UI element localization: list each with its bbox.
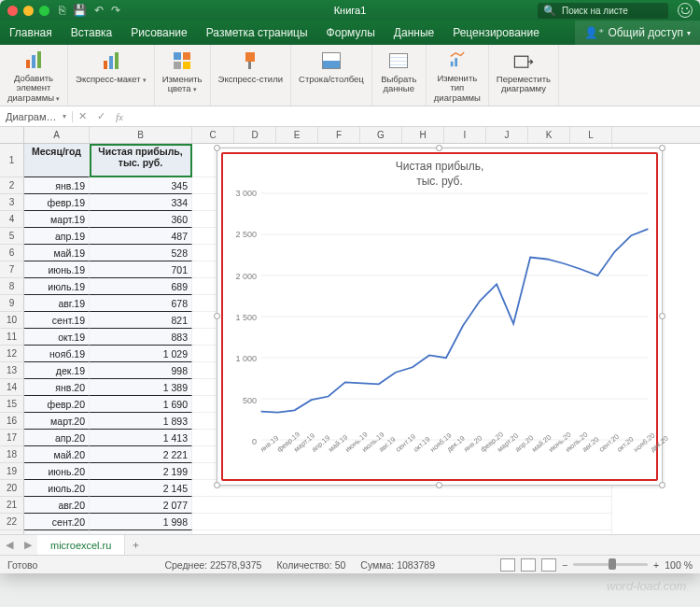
ribbon-изменить-тип-диаграммы[interactable]: Изменитьтипдиаграммы xyxy=(427,45,489,106)
cell[interactable]: нояб.19 xyxy=(24,346,90,362)
cell[interactable]: 2 221 xyxy=(90,446,192,463)
cell[interactable]: Месяц/год xyxy=(24,144,90,177)
cell[interactable]: сент.20 xyxy=(24,514,90,530)
cell[interactable]: 821 xyxy=(90,312,192,329)
col-header-C[interactable]: C xyxy=(192,127,234,143)
cell[interactable]: янв.20 xyxy=(24,379,90,396)
ribbon-изменить-цвета[interactable]: Изменитьцвета xyxy=(155,45,211,106)
fx-icon[interactable]: fx xyxy=(110,111,129,122)
zoom-level[interactable]: 100 % xyxy=(665,559,693,571)
row-header[interactable]: 10 xyxy=(0,312,24,329)
row-header[interactable]: 12 xyxy=(0,346,24,362)
row-header[interactable]: 14 xyxy=(0,379,24,396)
cell[interactable]: июль.19 xyxy=(24,278,90,295)
row-header[interactable]: 7 xyxy=(0,261,24,278)
cell[interactable]: 345 xyxy=(90,177,192,194)
worksheet-grid[interactable]: ABCDEFGHIJKL 1Месяц/годЧистая прибыль, т… xyxy=(0,127,700,534)
embedded-chart[interactable]: Чистая прибыль,тыс. руб. 05001 0001 5002… xyxy=(217,148,663,486)
col-header-H[interactable]: H xyxy=(402,127,444,143)
tab-home[interactable]: Главная xyxy=(0,21,62,45)
sheet-nav-prev[interactable]: ◀ xyxy=(0,539,19,551)
cell[interactable]: июль.20 xyxy=(24,480,90,497)
resize-handle[interactable] xyxy=(214,482,220,488)
cell[interactable]: 487 xyxy=(90,228,192,245)
cell[interactable]: июнь.20 xyxy=(24,463,90,480)
zoom-in-button[interactable]: + xyxy=(653,559,659,571)
row-header[interactable]: 17 xyxy=(0,430,24,446)
row-header[interactable]: 8 xyxy=(0,278,24,295)
cell[interactable]: авг.19 xyxy=(24,295,90,312)
close-window-button[interactable] xyxy=(7,6,18,16)
row-header[interactable]: 6 xyxy=(0,245,24,261)
sheet-search[interactable]: 🔍 xyxy=(538,3,668,19)
view-normal-icon[interactable] xyxy=(500,558,515,572)
cell[interactable]: 2 145 xyxy=(90,480,192,497)
cell[interactable]: март.20 xyxy=(24,413,90,430)
cell[interactable]: 678 xyxy=(90,295,192,312)
cell[interactable]: май.19 xyxy=(24,245,90,261)
cell[interactable]: авг.20 xyxy=(24,497,90,514)
ribbon-строка-столбец[interactable]: Строка/столбец xyxy=(291,45,372,106)
view-page-break-icon[interactable] xyxy=(541,558,556,572)
col-header-A[interactable]: A xyxy=(24,127,90,143)
accept-formula-icon[interactable]: ✓ xyxy=(91,110,110,122)
qat-save-icon[interactable]: 💾 xyxy=(73,4,87,17)
cell[interactable]: июнь.19 xyxy=(24,261,90,278)
cell[interactable]: 701 xyxy=(90,261,192,278)
cell[interactable]: апр.20 xyxy=(24,430,90,446)
col-header-D[interactable]: D xyxy=(234,127,276,143)
cell[interactable]: 360 xyxy=(90,211,192,228)
col-header-J[interactable]: J xyxy=(486,127,528,143)
tab-review[interactable]: Рецензирование xyxy=(443,21,549,45)
col-header-G[interactable]: G xyxy=(360,127,402,143)
sheet-nav-next[interactable]: ▶ xyxy=(19,539,37,551)
tab-draw[interactable]: Рисование xyxy=(121,21,196,45)
sheet-tab[interactable]: microexcel.ru xyxy=(37,535,125,556)
cell[interactable]: Чистая прибыль, тыс. руб. xyxy=(90,144,192,177)
cell[interactable]: 883 xyxy=(90,329,192,346)
tab-formulas[interactable]: Формулы xyxy=(317,21,385,45)
zoom-slider[interactable] xyxy=(573,563,648,566)
cell[interactable]: 1 998 xyxy=(90,514,192,530)
row-header[interactable]: 13 xyxy=(0,362,24,379)
col-header-F[interactable]: F xyxy=(318,127,360,143)
qat-undo-icon[interactable]: ↶ xyxy=(94,4,104,17)
row-header[interactable]: 23 xyxy=(0,530,24,534)
cell[interactable]: дек.19 xyxy=(24,362,90,379)
row-header[interactable]: 19 xyxy=(0,463,24,480)
row-header[interactable]: 21 xyxy=(0,497,24,514)
cell[interactable]: 1 413 xyxy=(90,430,192,446)
row-header[interactable]: 16 xyxy=(0,413,24,430)
cell[interactable]: окт.19 xyxy=(24,329,90,346)
ribbon-экспресс-стили[interactable]: Экспресс-стили xyxy=(211,45,291,106)
select-all-corner[interactable] xyxy=(0,127,24,143)
add-sheet-button[interactable]: ＋ xyxy=(125,538,146,552)
cell[interactable]: 1 690 xyxy=(90,396,192,413)
cancel-formula-icon[interactable]: ✕ xyxy=(73,110,91,122)
row-header[interactable]: 11 xyxy=(0,329,24,346)
cell[interactable]: май.20 xyxy=(24,446,90,463)
tab-page-layout[interactable]: Разметка страницы xyxy=(197,21,317,45)
name-box[interactable]: Диаграм…▾ xyxy=(0,111,73,122)
cell[interactable]: 528 xyxy=(90,245,192,261)
cell[interactable]: 1 029 xyxy=(90,346,192,362)
cell[interactable]: сент.19 xyxy=(24,312,90,329)
cell[interactable]: окт.20 xyxy=(24,530,90,534)
maximize-window-button[interactable] xyxy=(39,6,49,16)
resize-handle[interactable] xyxy=(436,482,442,488)
zoom-out-button[interactable]: − xyxy=(562,559,567,571)
row-header[interactable]: 18 xyxy=(0,446,24,463)
col-header-K[interactable]: K xyxy=(528,127,570,143)
ribbon-экспресс-макет[interactable]: Экспресс-макет xyxy=(68,45,155,106)
tab-data[interactable]: Данные xyxy=(385,21,443,45)
ribbon-выбрать-данные[interactable]: Выбратьданные xyxy=(372,45,427,106)
row-header[interactable]: 22 xyxy=(0,514,24,530)
cell[interactable]: 998 xyxy=(90,362,192,379)
col-header-L[interactable]: L xyxy=(570,127,612,143)
cell[interactable]: янв.19 xyxy=(24,177,90,194)
ribbon-переместить-диаграмму[interactable]: Переместитьдиаграмму xyxy=(489,45,559,106)
row-header[interactable]: 3 xyxy=(0,194,24,211)
cell[interactable]: февр.19 xyxy=(24,194,90,211)
tab-insert[interactable]: Вставка xyxy=(62,21,122,45)
cell[interactable]: 1 893 xyxy=(90,413,192,430)
